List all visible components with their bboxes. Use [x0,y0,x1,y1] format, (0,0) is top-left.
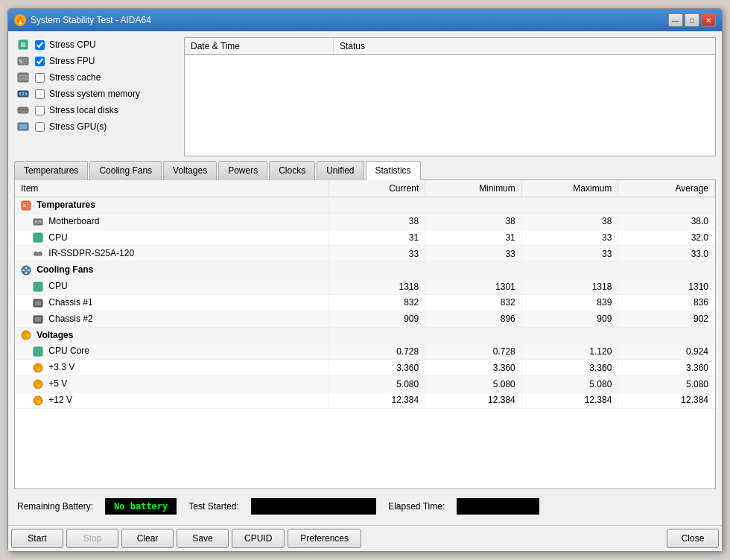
table-row: ⚡ +12 V 12.384 12.384 12.384 12.384 [15,392,715,408]
stress-fpu-checkbox[interactable] [35,57,45,66]
maximum-cell [521,197,618,214]
item-cell: Cooling Fans [15,262,328,279]
current-cell [328,197,425,214]
maximum-cell: 839 [521,294,618,311]
cache-stress-icon [16,71,31,83]
stress-gpu-item: Stress GPU(s) [14,119,178,134]
svg-rect-11 [18,107,28,113]
current-cell: 1318 [328,279,425,295]
item-cell: IR-SSDPR-S25A-120 [15,246,328,262]
minimum-cell: 0.728 [425,343,522,360]
average-cell: 32.0 [618,229,715,246]
svg-rect-9 [22,92,24,95]
average-cell: 38.0 [618,213,715,229]
tab-unified[interactable]: Unified [317,161,364,180]
tab-bar: Temperatures Cooling Fans Voltages Power… [14,161,716,180]
table-row: Motherboard 38 38 38 38.0 [15,213,715,229]
stress-memory-item: Stress system memory [14,86,178,101]
svg-rect-10 [25,92,27,95]
cpuid-button[interactable]: CPUID [232,529,285,548]
elapsed-value [457,498,539,515]
svg-text:⚡: ⚡ [36,398,42,404]
maximize-button[interactable]: □ [685,13,699,27]
average-cell: 902 [618,311,715,327]
item-cell: CPU Core [15,343,328,360]
item-cell: ⚡ +3.3 V [15,360,328,376]
current-cell: 909 [328,311,425,327]
stress-memory-label: Stress system memory [49,89,140,99]
maximum-cell: 1.120 [521,343,618,360]
stress-memory-checkbox[interactable] [35,89,45,99]
save-button[interactable]: Save [177,529,229,548]
minimum-cell: 832 [425,294,522,311]
battery-label: Remaining Battery: [17,501,93,512]
current-cell: 33 [328,246,425,262]
svg-rect-37 [34,347,42,356]
stress-cache-label: Stress cache [49,72,101,83]
table-row: ⚡ Voltages [15,327,715,343]
svg-rect-14 [19,124,27,129]
maximum-cell: 3.360 [521,360,618,376]
minimum-cell: 31 [425,229,522,246]
tab-cooling-fans[interactable]: Cooling Fans [89,161,162,180]
stress-fpu-item: % Stress FPU [14,54,178,69]
stress-cache-checkbox[interactable] [35,73,45,83]
tab-clocks[interactable]: Clocks [269,161,315,180]
stress-disk-checkbox[interactable] [35,106,45,115]
stress-cpu-item: Stress CPU [14,37,178,52]
maximum-cell: 38 [521,213,618,229]
svg-rect-8 [19,92,21,95]
item-cell: Chassis #1 [15,294,328,311]
stress-cpu-label: Stress CPU [49,39,96,50]
col-item-header: Item [15,180,328,197]
col-average-header: Average [618,180,715,197]
minimum-cell: 33 [425,246,522,262]
app-icon: 🔥 [14,14,26,26]
minimum-cell [425,327,522,343]
svg-rect-17 [34,219,42,225]
close-button[interactable]: Close [667,529,719,548]
start-button[interactable]: Start [11,529,63,548]
minimize-button[interactable]: — [668,13,683,27]
item-cell: Chassis #2 [15,311,328,327]
tab-voltages[interactable]: Voltages [163,161,217,180]
statistics-table: Item Current Minimum Maximum Average [15,180,715,409]
log-status-header: Status [334,38,715,54]
test-started-value [251,498,377,515]
maximum-cell: 33 [521,229,618,246]
table-row: ≡ Temperatures [15,197,715,214]
stress-gpu-checkbox[interactable] [35,122,45,132]
maximum-cell [521,327,618,343]
preferences-button[interactable]: Preferences [288,529,361,548]
svg-rect-1 [21,42,25,47]
svg-rect-20 [34,233,42,242]
svg-rect-19 [39,220,41,223]
current-cell: 5.080 [328,376,425,392]
item-cell: CPU [15,279,328,295]
tab-statistics[interactable]: Statistics [366,161,421,180]
stop-button[interactable]: Stop [66,529,118,548]
svg-rect-30 [34,282,42,291]
current-cell: 12.384 [328,392,425,408]
status-bar: Remaining Battery: No battery Test Start… [14,494,716,519]
table-scroll-wrap[interactable]: Item Current Minimum Maximum Average [15,180,715,489]
average-cell [618,197,715,214]
title-buttons: — □ ✕ [668,13,716,27]
minimum-cell: 12.384 [425,392,522,408]
tab-powers[interactable]: Powers [218,161,267,180]
average-cell [618,262,715,279]
svg-rect-34 [35,317,41,322]
clear-button[interactable]: Clear [121,529,174,548]
minimum-cell [425,197,522,214]
current-cell: 832 [328,294,425,311]
gpu-stress-icon [16,121,31,133]
average-cell: 0.924 [618,343,715,360]
table-row: Chassis #1 832 832 839 836 [15,294,715,311]
svg-rect-4 [18,73,28,82]
close-window-button[interactable]: ✕ [701,13,716,27]
average-cell: 12.384 [618,392,715,408]
minimum-cell: 1301 [425,279,522,295]
maximum-cell: 12.384 [521,392,618,408]
tab-temperatures[interactable]: Temperatures [14,161,88,180]
stress-cpu-checkbox[interactable] [35,40,45,50]
